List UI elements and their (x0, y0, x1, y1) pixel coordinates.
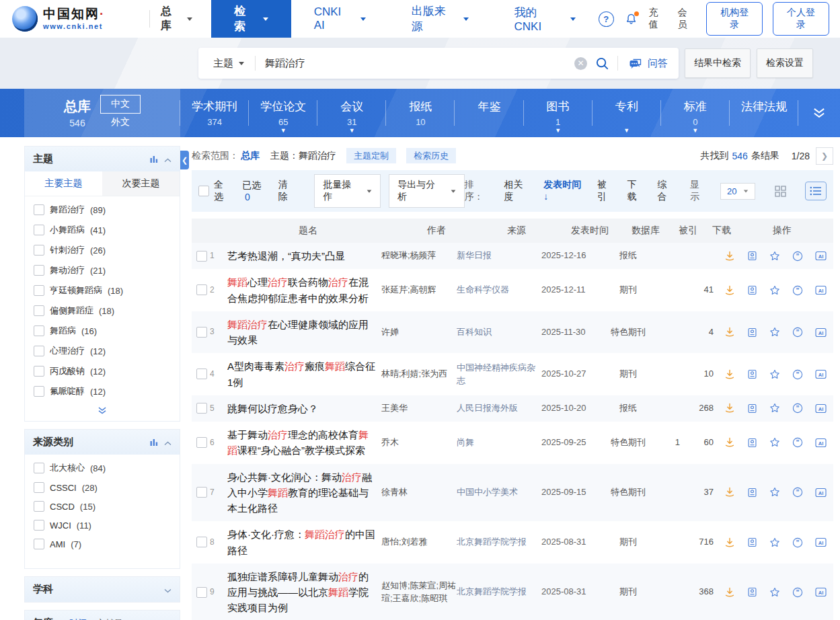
filter-item[interactable]: 北大核心 (84) (25, 458, 180, 478)
filter-header-source-category[interactable]: 来源类别 (25, 430, 180, 455)
row-checkbox[interactable] (196, 403, 207, 414)
result-title[interactable]: 身心共舞·文化润心：舞动治疗融入中小学舞蹈教育的理论基础与本土化路径 (227, 471, 372, 514)
reader-icon[interactable] (747, 438, 757, 448)
search-history-chip[interactable]: 检索历史 (406, 148, 456, 163)
next-page-button[interactable]: ❯ (816, 147, 833, 165)
filter-checkbox[interactable] (34, 245, 44, 256)
quote-icon[interactable]: ” (792, 251, 803, 262)
result-title[interactable]: 身体·文化·疗愈：舞蹈治疗的中国路径 (227, 529, 375, 555)
filter-item[interactable]: 丙戊酸钠 (12) (25, 361, 180, 381)
reader-icon[interactable] (747, 369, 757, 379)
topnav-publish-source[interactable]: 出版来源 (389, 0, 492, 38)
result-source[interactable]: 新华日报 (457, 249, 541, 262)
filter-checkbox[interactable] (34, 539, 44, 549)
member-link[interactable]: 会员 (678, 7, 697, 31)
result-authors[interactable]: 乔木 (381, 436, 457, 449)
filter-checkbox[interactable] (34, 501, 44, 512)
result-title[interactable]: 艺考热退潮，“真功夫”凸显 (227, 250, 345, 262)
favorite-icon[interactable] (769, 285, 780, 296)
result-source[interactable]: 北京舞蹈学院学报 (457, 586, 541, 598)
select-all-label[interactable]: 全选 (214, 179, 233, 203)
qa-button[interactable]: 问答 (618, 57, 679, 70)
result-authors[interactable]: 徐青林 (381, 486, 457, 499)
quote-icon[interactable]: ” (792, 537, 803, 548)
result-authors[interactable]: 张延芹;高朝辉 (381, 284, 457, 297)
filter-checkbox[interactable] (34, 463, 44, 473)
result-title[interactable]: A型肉毒毒素治疗瘢痕舞蹈综合征1例 (227, 360, 375, 387)
search-settings-button[interactable]: 检索设置 (757, 48, 813, 78)
result-authors[interactable]: 赵知博;陈莱宣;周祐瑄;王嘉欣;陈昭琪 (381, 580, 457, 605)
download-icon[interactable] (724, 537, 735, 548)
topnav-my-cnki[interactable]: 我的CNKI (492, 0, 599, 38)
filter-header-subject[interactable]: 学科 (25, 577, 180, 602)
expand-more-icon[interactable] (25, 403, 180, 421)
filter-header-topic[interactable]: 主题 (25, 147, 180, 171)
filter-checkbox[interactable] (34, 386, 44, 397)
bar-chart-icon[interactable] (150, 436, 158, 448)
row-checkbox[interactable] (196, 587, 207, 598)
download-icon[interactable] (724, 403, 735, 414)
result-source[interactable]: 中国中小学美术 (457, 486, 541, 499)
chevron-up-icon[interactable] (164, 153, 171, 165)
result-title[interactable]: 舞蹈心理治疗联合药物治疗在混合焦虑抑郁症患者中的效果分析 (227, 276, 369, 303)
download-icon[interactable] (724, 285, 735, 296)
recharge-link[interactable]: 充值 (649, 7, 668, 31)
batch-actions-button[interactable]: 批量操作 (314, 174, 381, 208)
reader-icon[interactable] (747, 537, 757, 547)
search-icon[interactable] (587, 56, 617, 71)
row-checkbox[interactable] (196, 369, 207, 379)
filter-item[interactable]: 偏侧舞蹈症 (18) (25, 301, 180, 321)
result-title[interactable]: 孤独症谱系障碍儿童舞动治疗的应用与挑战——以北京舞蹈学院实践项目为例 (227, 571, 369, 614)
db-tab-thesis[interactable]: 学位论文65▼ (249, 89, 317, 137)
sort-comprehensive[interactable]: 综合 (657, 179, 676, 203)
favorite-icon[interactable] (769, 251, 780, 262)
result-authors[interactable]: 程晓琳;杨频萍 (381, 249, 457, 262)
sort-download[interactable]: 下载 (627, 179, 646, 203)
topnav-search[interactable]: 检索 (211, 0, 291, 38)
filter-checkbox[interactable] (34, 366, 44, 377)
favorite-icon[interactable] (769, 327, 780, 338)
favorite-icon[interactable] (769, 487, 780, 498)
chevron-down-icon[interactable] (164, 617, 171, 620)
filter-item[interactable]: 舞蹈治疗 (89) (25, 200, 180, 220)
ai-icon[interactable]: AI (815, 285, 827, 295)
row-checkbox[interactable] (196, 487, 207, 498)
filter-checkbox[interactable] (34, 305, 44, 316)
filter-item[interactable]: 小舞蹈病 (41) (25, 220, 180, 240)
list-view-button[interactable] (805, 182, 827, 200)
db-tab-journal[interactable]: 学术期刊374 (180, 89, 249, 137)
chevron-down-icon[interactable] (164, 584, 171, 595)
result-source[interactable]: 百科知识 (457, 326, 541, 339)
db-tab-zongku[interactable]: 总库546中文外文 (24, 89, 180, 137)
ai-icon[interactable]: AI (815, 327, 827, 338)
ai-icon[interactable]: AI (815, 438, 827, 448)
ai-icon[interactable]: AI (815, 488, 827, 498)
org-login-button[interactable]: 机构登录 (706, 2, 763, 36)
filter-item[interactable]: AMI (7) (25, 535, 180, 553)
sort-cited[interactable]: 被引 (597, 179, 616, 203)
filter-item[interactable]: 舞动治疗 (21) (25, 260, 180, 280)
ai-icon[interactable]: AI (815, 251, 827, 261)
topnav-cnki-ai[interactable]: CNKI AI (291, 0, 389, 38)
filter-item[interactable]: 氟哌啶醇 (12) (25, 381, 180, 401)
chevron-up-icon[interactable] (164, 436, 171, 448)
clear-search-icon[interactable]: ✕ (574, 57, 587, 70)
filter-checkbox[interactable] (34, 482, 44, 493)
favorite-icon[interactable] (769, 587, 780, 598)
reader-icon[interactable] (747, 587, 757, 597)
result-source[interactable]: 北京舞蹈学院学报 (457, 536, 541, 549)
reader-icon[interactable] (747, 403, 757, 414)
more-databases-button[interactable] (798, 89, 840, 137)
reader-icon[interactable] (747, 251, 757, 261)
result-source[interactable]: 生命科学仪器 (457, 284, 541, 297)
favorite-icon[interactable] (769, 537, 780, 548)
help-icon[interactable]: ? (599, 11, 614, 27)
notification-bell-icon[interactable] (624, 11, 639, 26)
sort-relevance[interactable]: 相关度 (504, 179, 533, 203)
filter-item[interactable]: 心理治疗 (12) (25, 341, 180, 361)
download-icon[interactable] (724, 251, 735, 262)
quote-icon[interactable]: ” (792, 487, 803, 498)
filter-item[interactable]: CSSCI (28) (25, 478, 180, 497)
sort-pub-date[interactable]: 发表时间↓ (543, 179, 586, 203)
favorite-icon[interactable] (769, 369, 780, 380)
